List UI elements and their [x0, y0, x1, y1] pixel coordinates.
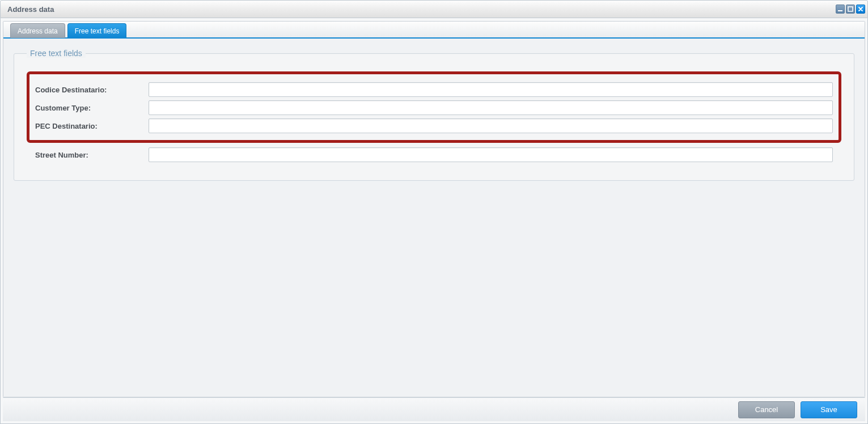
input-customer-type[interactable]	[149, 100, 833, 115]
footer-bar: Cancel Save	[3, 397, 865, 421]
row-pec-destinatario: PEC Destinatario:	[35, 118, 833, 133]
svg-rect-0	[838, 10, 842, 11]
minimize-icon[interactable]	[836, 5, 845, 14]
tab-label: Free text fields	[75, 27, 120, 35]
row-street-number: Street Number:	[27, 147, 841, 162]
titlebar: Address data	[0, 0, 868, 18]
tabstrip: Address data Free text fields	[3, 22, 865, 39]
cancel-button[interactable]: Cancel	[738, 401, 795, 418]
svg-rect-1	[848, 7, 853, 11]
tab-label: Address data	[18, 27, 58, 35]
button-label: Cancel	[755, 405, 778, 414]
tab-free-text-fields[interactable]: Free text fields	[67, 23, 127, 38]
tab-content: Free text fields Codice Destinatario: Cu…	[3, 39, 865, 397]
window-controls	[836, 5, 865, 14]
input-pec-destinatario[interactable]	[149, 118, 833, 133]
button-label: Save	[820, 405, 837, 414]
label-customer-type: Customer Type:	[35, 104, 149, 112]
row-codice-destinatario: Codice Destinatario:	[35, 82, 833, 97]
label-codice-destinatario: Codice Destinatario:	[35, 86, 149, 94]
close-icon[interactable]	[856, 5, 865, 14]
label-pec-destinatario: PEC Destinatario:	[35, 122, 149, 130]
window-body: Address data Free text fields Free text …	[0, 18, 868, 424]
tab-address-data[interactable]: Address data	[10, 23, 65, 38]
inner-panel: Address data Free text fields Free text …	[3, 21, 865, 397]
maximize-icon[interactable]	[846, 5, 855, 14]
save-button[interactable]: Save	[801, 401, 857, 418]
input-street-number[interactable]	[149, 147, 833, 162]
highlight-annotation: Codice Destinatario: Customer Type: PEC …	[27, 71, 841, 143]
label-street-number: Street Number:	[35, 151, 149, 159]
input-codice-destinatario[interactable]	[149, 82, 833, 97]
free-text-fields-group: Free text fields Codice Destinatario: Cu…	[14, 49, 854, 181]
window-title: Address data	[7, 5, 54, 14]
fieldset-legend: Free text fields	[27, 49, 86, 58]
window: Address data Address data Free text fiel…	[0, 0, 868, 424]
row-customer-type: Customer Type:	[35, 100, 833, 115]
